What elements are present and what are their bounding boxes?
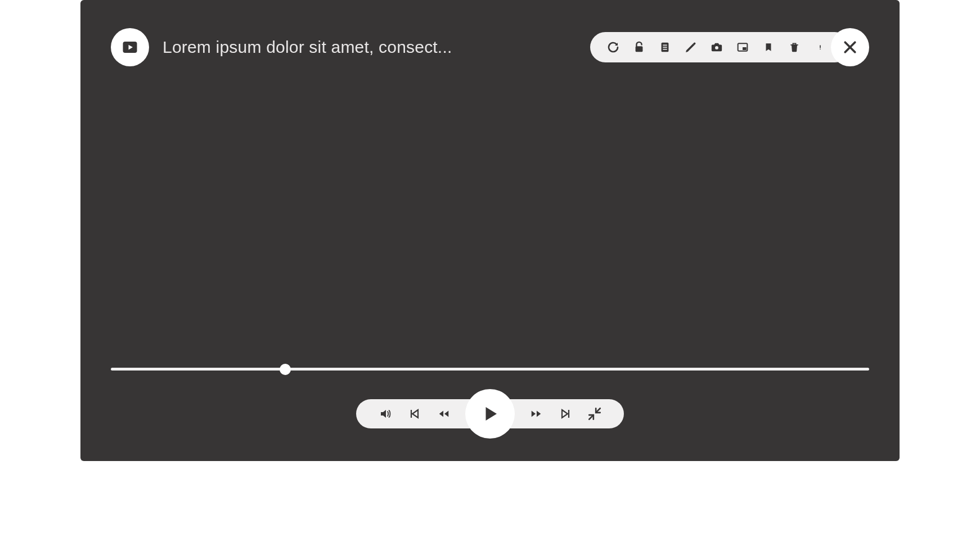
playback-pill: [356, 399, 624, 428]
svg-rect-9: [820, 45, 821, 48]
play-button[interactable]: [465, 389, 515, 439]
skip-previous-icon: [408, 407, 421, 421]
video-title: Lorem ipsum dolor sit amet, consect...: [163, 38, 452, 57]
notes-icon: [659, 40, 671, 54]
close-button[interactable]: [831, 28, 869, 66]
fast-forward-button[interactable]: [528, 406, 544, 422]
video-badge: [111, 28, 149, 66]
header-left: Lorem ipsum dolor sit amet, consect...: [111, 28, 452, 66]
delete-icon: [789, 40, 800, 54]
fast-forward-icon: [528, 408, 545, 420]
video-icon: [122, 39, 138, 56]
toolbar: [590, 32, 850, 62]
delete-button[interactable]: [787, 40, 802, 55]
playback-controls: [356, 399, 624, 428]
info-icon: [817, 40, 823, 54]
play-icon: [480, 403, 500, 425]
close-icon: [842, 39, 858, 56]
lock-button[interactable]: [632, 40, 646, 55]
lock-icon: [633, 40, 645, 54]
bookmark-icon: [763, 40, 774, 54]
volume-button[interactable]: [377, 406, 393, 422]
info-button[interactable]: [813, 40, 828, 55]
skip-next-icon: [559, 407, 572, 421]
notes-button[interactable]: [658, 40, 672, 55]
camera-button[interactable]: [709, 40, 724, 55]
svg-rect-8: [743, 47, 747, 50]
skip-previous-button[interactable]: [407, 406, 422, 422]
pip-button[interactable]: [735, 40, 750, 55]
svg-point-6: [715, 46, 718, 49]
rewind-icon: [435, 408, 452, 420]
pip-icon: [735, 42, 750, 53]
progress-track: [111, 368, 869, 371]
skip-next-button[interactable]: [558, 406, 573, 422]
edit-icon: [684, 40, 698, 54]
bookmark-button[interactable]: [761, 40, 776, 55]
progress-bar[interactable]: [111, 368, 869, 371]
volume-icon: [377, 407, 393, 421]
svg-point-10: [820, 49, 821, 50]
progress-thumb[interactable]: [280, 364, 291, 375]
refresh-button[interactable]: [606, 40, 621, 55]
video-player: Lorem ipsum dolor sit amet, consect...: [80, 0, 900, 461]
collapse-button[interactable]: [587, 406, 603, 422]
edit-button[interactable]: [684, 40, 698, 55]
svg-rect-1: [636, 46, 643, 52]
camera-icon: [709, 41, 724, 53]
rewind-button[interactable]: [436, 406, 452, 422]
header-right: [590, 28, 869, 66]
refresh-icon: [606, 40, 620, 54]
collapse-icon: [587, 407, 602, 421]
